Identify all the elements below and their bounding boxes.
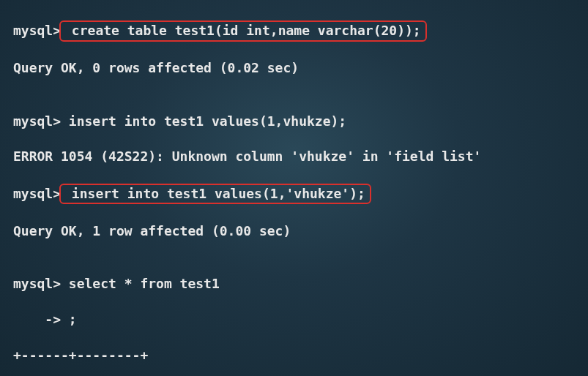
- terminal-line: Query OK, 1 row affected (0.00 sec): [13, 222, 581, 240]
- terminal-line: mysql> insert into test1 values(1,vhukze…: [13, 113, 581, 130]
- highlighted-command: create table test1(id int,name varchar(2…: [59, 20, 427, 41]
- prompt: mysql>: [13, 186, 61, 201]
- highlighted-command: insert into test1 values(1,'vhukze');: [59, 184, 371, 204]
- terminal-line: mysql> create table test1(id int,name va…: [13, 20, 581, 41]
- terminal-output[interactable]: mysql> create table test1(id int,name va…: [0, 0, 588, 376]
- terminal-line: mysql> select * from test1: [13, 275, 581, 293]
- prompt: mysql>: [13, 23, 61, 38]
- terminal-line: +------+--------+: [13, 347, 581, 364]
- terminal-line: Query OK, 0 rows affected (0.02 sec): [13, 59, 581, 77]
- terminal-line: mysql> insert into test1 values(1,'vhukz…: [13, 184, 581, 204]
- terminal-line: ERROR 1054 (42S22): Unknown column 'vhuk…: [13, 148, 581, 165]
- terminal-line: -> ;: [13, 311, 581, 328]
